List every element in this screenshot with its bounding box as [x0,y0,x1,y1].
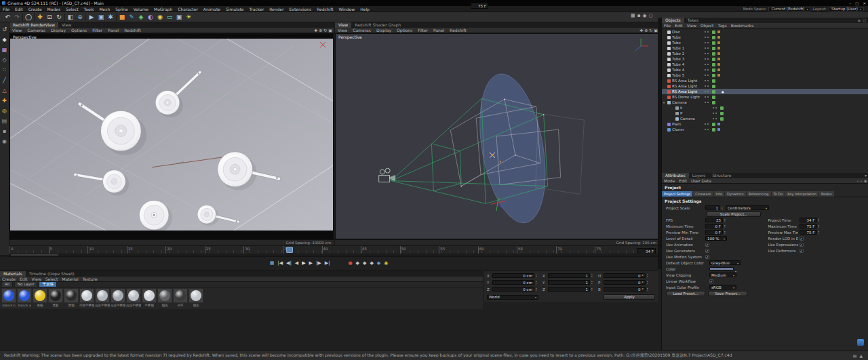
snap-icon[interactable]: ◎ [0,106,9,117]
visibility-dots[interactable] [705,37,710,38]
enabled-toggle[interactable] [712,41,715,45]
render-picture-viewer-button[interactable]: ▣ [96,13,106,22]
tag-icon[interactable] [726,117,728,120]
lock-icon[interactable]: ▪ [637,13,641,18]
viewport-menu-item[interactable]: Panel [431,28,447,33]
materials-menu-item[interactable]: Material [60,277,80,281]
enabled-toggle[interactable] [712,79,715,83]
scale-tool-icon[interactable]: ⊡ [45,13,54,22]
visibility-dots[interactable] [705,58,710,60]
section-tab[interactable]: Referencing [747,191,772,197]
max-frame-field[interactable]: 75 F [471,3,488,9]
record-button[interactable]: ● [348,259,353,267]
stepper-icon[interactable] [591,274,594,278]
tag-icon[interactable] [717,101,720,104]
default-color-swatch[interactable] [709,267,734,271]
enabled-toggle[interactable] [712,47,715,50]
tree-row[interactable]: Cloner [662,127,868,132]
linear-workflow-checkbox[interactable] [709,279,713,283]
add-mograph-button[interactable]: ◈ [136,13,146,22]
enabled-toggle[interactable] [712,36,715,39]
position-field[interactable]: 0 cm [492,287,534,292]
viewport-menu-item[interactable]: Cameras [24,28,48,33]
menu-item[interactable]: Tracker [247,7,267,12]
menu-item[interactable]: Mesh [96,7,113,12]
tag-icon[interactable] [717,90,720,93]
workplane-mode-icon[interactable]: ◇ [0,56,9,66]
forward-icon[interactable]: › [861,178,862,184]
visibility-dots[interactable] [705,129,710,130]
tag-icon[interactable] [717,36,720,39]
visibility-dots[interactable] [705,47,710,49]
perspective-view-body[interactable]: Perspective [335,33,659,239]
enabled-toggle[interactable] [712,85,715,88]
menu-item[interactable]: Edit [12,7,26,12]
prev-key-button[interactable]: ◀| [285,259,292,267]
materials-menu-item[interactable]: Edit [18,277,30,281]
add-field-button[interactable]: ◉ [155,13,165,22]
timeline[interactable]: 051015202530354045505560657075 34 F [9,245,658,257]
search-icon[interactable]: ○ [648,13,652,18]
materials-menu-item[interactable]: View [30,277,43,281]
menu-item[interactable]: Modes [45,7,63,12]
material-item[interactable]: 黑钢 [64,288,79,308]
zoom-view-icon[interactable]: ⊕ [319,28,322,33]
tag-icon[interactable] [717,74,720,77]
close-button[interactable]: ✕ [863,1,866,5]
objects-menu-item[interactable]: Tags [715,23,728,28]
stepper-icon[interactable] [536,287,538,292]
tag-icon[interactable] [717,52,720,55]
project-scale-unit-select[interactable]: Centimeters [726,205,769,210]
rotation-field[interactable]: 0 ° [604,280,646,285]
layout-select[interactable]: Startup (User) [829,7,864,12]
panel-tab[interactable]: Objects [662,18,684,23]
tag-icon[interactable] [717,63,720,66]
visibility-dots[interactable] [705,85,710,87]
visibility-dots[interactable] [705,64,710,65]
enabled-toggle[interactable] [712,58,715,61]
tag-icon[interactable] [726,112,728,115]
project-scale-field[interactable]: 1 [705,205,720,210]
use-generators-checkbox[interactable] [705,249,709,253]
menu-item[interactable]: MoGraph [151,7,175,12]
visibility-dots[interactable] [705,75,710,76]
tree-row[interactable]: RS Dome Light [662,94,868,100]
stepper-icon[interactable] [818,224,821,228]
filter-chip[interactable]: No Layer [14,281,38,287]
menu-item[interactable]: File [0,7,12,12]
tree-row[interactable]: Tube 1 [662,45,868,51]
stepper-icon[interactable] [647,281,650,285]
add-floor-button[interactable]: ▭ [165,13,174,22]
visibility-dots[interactable] [705,102,710,103]
section-tab[interactable]: Key Interpolation [785,191,819,197]
redo-icon[interactable]: ↷ [12,13,22,22]
tag-icon[interactable] [717,58,720,60]
materials-menu-item[interactable]: Select [43,277,60,281]
rotate-view-icon[interactable]: ↻ [323,28,327,33]
stepper-icon[interactable] [591,281,594,285]
points-mode-icon[interactable]: ∷ [0,66,9,76]
render-view-button[interactable]: ▶ [87,13,96,22]
material-item[interactable]: 钢盖 [189,288,203,308]
stepper-icon[interactable] [647,287,650,292]
add-camera-button[interactable]: ▣ [174,13,184,22]
filter-chip[interactable]: All [1,281,13,287]
enabled-toggle[interactable] [712,31,715,34]
tag-icon[interactable] [717,123,720,125]
menu-item[interactable]: Extensions [287,7,315,12]
scale-field[interactable]: 1 [548,280,590,285]
add-deformer-button[interactable]: ◐ [146,13,155,22]
scale-field[interactable]: 1 [548,287,590,292]
input-profile-select[interactable]: sRGB [709,285,736,289]
scale-field[interactable]: 1 [548,273,590,278]
section-tab[interactable]: Dynamics [725,191,747,197]
search-icon[interactable]: ○ [863,18,866,23]
use-animation-checkbox[interactable] [705,243,709,247]
add-light-button[interactable]: ☀ [184,13,193,22]
visibility-dots[interactable] [705,53,710,54]
rotate-view-icon[interactable]: ↻ [649,28,652,33]
objects-menu-item[interactable]: Object [698,23,716,28]
add-cube-button[interactable]: ■ [117,13,127,22]
lod-select[interactable]: 100 % [705,236,727,241]
menu-item[interactable]: Character [175,7,201,12]
